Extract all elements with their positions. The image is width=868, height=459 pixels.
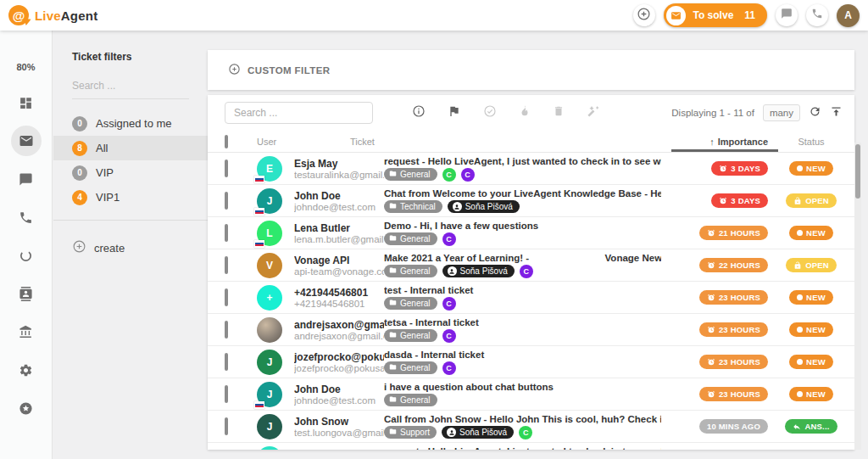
tag-letter-badge[interactable]: C [442, 168, 456, 182]
folder-icon [389, 234, 397, 243]
trash-icon[interactable] [553, 104, 565, 121]
ticket-row[interactable]: J John Doe johndoe@test.com i have a que… [208, 378, 854, 411]
liveagent-logo[interactable]: @ LiveAgent [8, 5, 97, 25]
ticket-subject[interactable]: tetsa - Internal ticket [384, 317, 661, 327]
column-header-importance[interactable]: ↑ Importance [666, 131, 768, 152]
row-checkbox[interactable] [225, 353, 228, 371]
nav-contacts[interactable] [11, 278, 42, 309]
tag-letter-badge[interactable]: C [461, 168, 475, 182]
row-checkbox[interactable] [225, 385, 228, 403]
ticket-row[interactable]: J John Snow test.luongova@gmail.... Call… [208, 411, 854, 443]
row-checkbox[interactable] [225, 450, 228, 451]
nav-reports[interactable] [11, 240, 42, 271]
tag-letter-badge[interactable]: C [442, 329, 456, 343]
row-checkbox[interactable] [225, 417, 228, 435]
nav-chats[interactable] [11, 164, 42, 194]
tag-department-pill[interactable]: General [384, 265, 437, 277]
nav-billing[interactable] [11, 316, 42, 347]
tag-letter-badge[interactable]: C [442, 297, 456, 311]
ticket-subject[interactable]: request - Hello LiveAgent, I just wanted… [384, 446, 661, 451]
row-checkbox[interactable] [225, 192, 228, 210]
row-checkbox[interactable] [225, 224, 228, 242]
add-button[interactable] [633, 4, 655, 26]
refresh-icon[interactable] [809, 105, 821, 121]
tag-department-pill[interactable]: General [384, 168, 437, 181]
tag-department-pill[interactable]: General [384, 297, 437, 310]
ticket-row[interactable]: V Vonage API api-team@vonage.com Make 20… [208, 249, 854, 282]
user-avatar[interactable]: A [837, 4, 860, 27]
row-checkbox[interactable] [225, 256, 228, 274]
filter-count-badge: 8 [72, 141, 87, 156]
ticket-subject[interactable]: request - Hello LiveAgent, I just wanted… [384, 156, 661, 166]
ticket-subject[interactable]: test - Internal ticket [384, 285, 661, 295]
ticket-search-input[interactable] [225, 102, 373, 124]
scrollbar-thumb[interactable] [855, 144, 860, 199]
row-checkbox[interactable] [225, 160, 228, 177]
nav-settings[interactable] [11, 355, 42, 385]
ticket-subject[interactable]: Demo - Hi, I have a few questions [384, 221, 661, 231]
ticket-filters-panel: Ticket filters 0Assigned to me8All0VIP4V… [53, 31, 208, 459]
ticket-subject[interactable]: Call from John Snow - Hello John This is… [384, 414, 661, 424]
collapse-top-icon[interactable] [830, 105, 843, 121]
folder-icon [389, 428, 397, 437]
filter-item-vip[interactable]: 0VIP [53, 160, 208, 185]
calls-button[interactable] [806, 4, 828, 26]
select-all-checkbox[interactable] [225, 135, 228, 148]
tag-department-pill[interactable]: Support [384, 426, 437, 439]
flag-icon[interactable] [448, 104, 461, 121]
gear-icon [19, 363, 33, 378]
column-header-ticket[interactable]: Ticket [350, 137, 666, 147]
ticket-row[interactable]: J jozefprocko@pokusa.... jozefprocko@pok… [208, 346, 854, 378]
tag-letter-badge[interactable]: C [442, 232, 456, 246]
column-header-status[interactable]: Status [768, 137, 854, 147]
ticket-subject[interactable]: Chat from Welcome to your LiveAgent Know… [384, 188, 661, 199]
nav-dashboard[interactable] [11, 87, 42, 118]
custom-filter-button[interactable]: CUSTOM FILTER [228, 63, 330, 77]
status-badge: OPEN [786, 193, 837, 208]
ticket-row[interactable]: andrejsaxon@gmail.c... andrejsaxon@gmail… [208, 314, 854, 346]
tag-department-pill[interactable]: General [384, 329, 437, 342]
row-checkbox[interactable] [225, 321, 228, 339]
nav-tickets[interactable] [11, 126, 42, 156]
row-checkbox[interactable] [225, 288, 228, 306]
tag-department-pill[interactable]: General [384, 232, 437, 245]
user-email: testauralinka@gmail.c... [294, 170, 384, 180]
tag-agent-pill[interactable]: Soňa Pišová [442, 426, 514, 439]
nav-starred[interactable] [11, 393, 42, 423]
filter-item-assigned-to-me[interactable]: 0Assigned to me [53, 111, 208, 136]
ticket-subject[interactable]: Make 2021 a Year of Learning! - Vonage N… [384, 253, 661, 263]
create-filter-button[interactable]: create [72, 239, 208, 257]
importance-badge: 3 DAYS [711, 161, 768, 176]
page-size-selector[interactable]: many [763, 104, 800, 121]
avatar: V [257, 253, 282, 278]
user-name: andrejsaxon@gmail.c... [294, 319, 384, 331]
nav-calls[interactable] [11, 202, 42, 232]
filter-item-all[interactable]: 8All [53, 136, 208, 160]
vertical-scrollbar[interactable] [854, 143, 861, 450]
magic-wand-icon[interactable] [587, 104, 600, 121]
tag-department-pill[interactable]: Technical [384, 200, 442, 213]
chats-button[interactable] [776, 4, 798, 26]
tag-letter-badge[interactable]: C [520, 265, 533, 278]
filters-search-input[interactable] [72, 76, 189, 99]
tag-department-pill[interactable]: General [384, 394, 437, 406]
ticket-row[interactable]: E Esja May testauralinka@gmail.c... requ… [208, 153, 854, 185]
ticket-row[interactable]: J John Doe johndoe@test.com Chat from We… [208, 185, 854, 217]
ticket-subject[interactable]: dasda - Internal ticket [384, 350, 661, 360]
check-circle-icon[interactable] [483, 104, 497, 121]
avatar: E [257, 446, 282, 451]
info-icon[interactable] [412, 104, 426, 121]
tag-letter-badge[interactable]: C [519, 426, 532, 439]
to-solve-button[interactable]: To solve 11 [664, 3, 767, 27]
flame-icon[interactable] [519, 104, 531, 121]
tag-department-pill[interactable]: General [384, 361, 437, 374]
ticket-row[interactable]: L Lena Butler lena.m.butler@gmail.... De… [208, 217, 854, 249]
ticket-row[interactable]: + +421944546801 +421944546801 test - Int… [208, 282, 854, 314]
ticket-subject[interactable]: i have a question about chat buttons [384, 382, 661, 392]
filter-item-vip1[interactable]: 4VIP1 [53, 185, 208, 210]
tag-letter-badge[interactable]: C [442, 361, 456, 375]
tag-agent-pill[interactable]: Soňa Pišová [442, 265, 515, 277]
column-header-user[interactable]: User [257, 137, 350, 147]
tag-agent-pill[interactable]: Soňa Pišová [448, 200, 520, 213]
ticket-row[interactable]: E Esja May testauralinka@gmail.c... requ… [208, 443, 854, 450]
